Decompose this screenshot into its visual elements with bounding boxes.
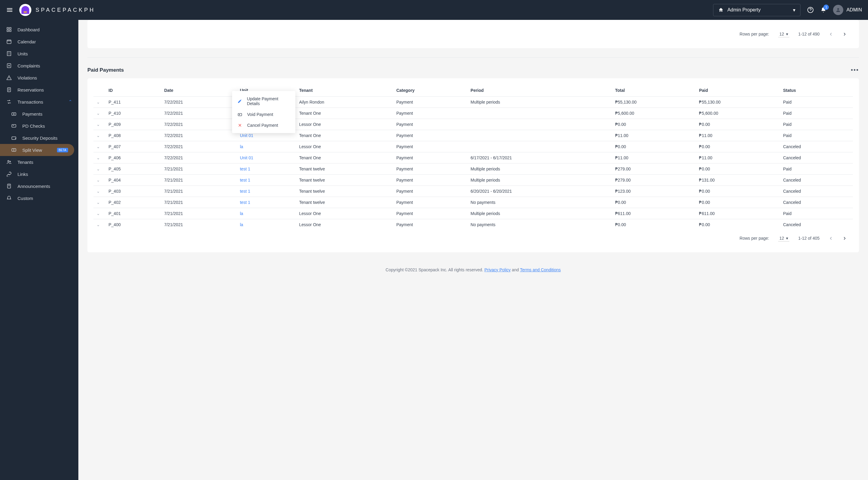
avatar [833, 5, 843, 15]
property-label: Admin Property [727, 7, 761, 13]
cell-tenant: Tenant One [296, 108, 393, 119]
cell-total: ₱611.00 [612, 208, 696, 219]
cell-id: P_409 [105, 119, 161, 130]
sidebar-item-announcements[interactable]: Announcements [0, 180, 79, 192]
expand-row-button[interactable]: ⌄ [93, 97, 105, 108]
expand-row-button[interactable]: ⌄ [93, 130, 105, 141]
section-more-button[interactable]: ••• [851, 67, 859, 73]
sidebar-item-custom[interactable]: Custom [0, 192, 79, 204]
table-row: ⌄P_4077/22/2021laLessor OnePayment₱0.00₱… [93, 141, 853, 152]
property-selector[interactable]: Admin Property ▾ [713, 4, 801, 16]
sidebar-item-complaints[interactable]: Complaints [0, 60, 79, 72]
svg-point-11 [13, 113, 14, 114]
expand-row-button[interactable]: ⌄ [93, 119, 105, 130]
calendar-icon [6, 39, 12, 44]
expand-row-button[interactable]: ⌄ [93, 186, 105, 197]
terms-link[interactable]: Terms and Conditions [520, 267, 561, 272]
notifications-button[interactable]: 1 [820, 7, 827, 13]
cell-unit: test 1 [237, 164, 296, 175]
menu-toggle-button[interactable] [6, 6, 13, 13]
expand-row-button[interactable]: ⌄ [93, 141, 105, 152]
sidebar-item-security-deposits[interactable]: Security Deposits [0, 132, 79, 144]
cell-unit: la [237, 141, 296, 152]
cell-paid: ₱131.00 [696, 175, 780, 186]
cell-unit: Unit 01 [237, 152, 296, 164]
table-row: ⌄P_4027/21/2021test 1Tenant twelvePaymen… [93, 197, 853, 208]
cell-status: Canceled [780, 152, 853, 164]
sidebar-item-tenants[interactable]: Tenants [0, 156, 79, 168]
cell-total: ₱5,600.00 [612, 108, 696, 119]
sidebar-item-pdchecks[interactable]: PD Checks [0, 120, 79, 132]
cell-paid: ₱5,600.00 [696, 108, 780, 119]
table-row: ⌄P_4087/22/2021Unit 01Tenant OnePayment₱… [93, 130, 853, 141]
expand-row-button[interactable]: ⌄ [93, 152, 105, 164]
cell-paid: ₱0.00 [696, 119, 780, 130]
next-page-button[interactable]: › [842, 233, 847, 243]
unit-link[interactable]: Unit 01 [240, 133, 253, 138]
sidebar-item-units[interactable]: Units [0, 47, 79, 60]
sidebar-item-payments[interactable]: Payments [0, 108, 79, 120]
unit-link[interactable]: la [240, 211, 243, 216]
expand-row-button[interactable]: ⌄ [93, 219, 105, 230]
cell-id: P_407 [105, 141, 161, 152]
dashboard-icon [6, 27, 12, 32]
cell-period: 6/17/2021 - 6/17/2021 [467, 152, 612, 164]
cell-id: P_404 [105, 175, 161, 186]
unit-link[interactable]: test 1 [240, 178, 250, 182]
expand-row-button[interactable]: ⌄ [93, 175, 105, 186]
sidebar-item-split-view[interactable]: Split ViewBETA [0, 144, 74, 156]
rows-per-page-select[interactable]: 12 ▾ [778, 31, 789, 37]
brand-logo[interactable]: SPACEPACKPH [19, 4, 95, 16]
prev-page-button[interactable]: ‹ [829, 233, 833, 243]
copyright-text: Copyright ©2021 Spacepack Inc. All right… [385, 267, 484, 272]
cell-date: 7/22/2021 [161, 108, 237, 119]
expand-row-button[interactable]: ⌄ [93, 208, 105, 219]
cell-status: Canceled [780, 186, 853, 197]
menu-cancel-payment[interactable]: Cancel Payment [232, 120, 296, 131]
sidebar-item-calendar[interactable]: Calendar [0, 36, 79, 47]
unit-link[interactable]: test 1 [240, 189, 250, 194]
unit-link[interactable]: test 1 [240, 167, 250, 171]
sidebar-item-label: Payments [22, 111, 42, 116]
expand-row-button[interactable]: ⌄ [93, 164, 105, 175]
user-menu[interactable]: ADMIN [833, 5, 862, 15]
sidebar-item-label: PD Checks [22, 124, 45, 129]
sidebar-item-reservations[interactable]: Reservations [0, 84, 79, 96]
cell-total: ₱11.00 [612, 152, 696, 164]
announcements-icon [6, 183, 12, 189]
cell-paid: ₱11.00 [696, 130, 780, 141]
next-page-button[interactable]: › [842, 29, 847, 39]
unit-link[interactable]: test 1 [240, 200, 250, 205]
unit-link[interactable]: Unit 01 [240, 156, 253, 160]
sidebar: Dashboard Calendar Units Complaints Viol… [0, 20, 79, 287]
cell-tenant: Tenant One [296, 130, 393, 141]
sidebar-item-violations[interactable]: Violations [0, 72, 79, 84]
svg-rect-3 [10, 27, 11, 29]
unit-link[interactable]: la [240, 144, 243, 149]
cell-date: 7/22/2021 [161, 119, 237, 130]
table-row: ⌄P_4117/22/2021unitAilyn RondonPaymentMu… [93, 97, 853, 108]
section-title: Paid Payments [87, 67, 124, 73]
sidebar-item-dashboard[interactable]: Dashboard [0, 24, 79, 36]
help-button[interactable] [807, 7, 814, 13]
cell-tenant: Lessor One [296, 141, 393, 152]
menu-update-payment[interactable]: Update Payment Details [232, 93, 296, 109]
cell-status: Paid [780, 164, 853, 175]
svg-rect-10 [12, 113, 16, 115]
prev-page-button[interactable]: ‹ [829, 29, 833, 39]
cell-tenant: Tenant twelve [296, 197, 393, 208]
unit-link[interactable]: la [240, 222, 243, 227]
cell-id: P_406 [105, 152, 161, 164]
privacy-link[interactable]: Privacy Policy [484, 267, 510, 272]
expand-row-button[interactable]: ⌄ [93, 197, 105, 208]
splitview-icon [11, 147, 17, 153]
rows-per-page-select[interactable]: 12 ▾ [778, 235, 789, 241]
cell-period [467, 130, 612, 141]
expand-row-button[interactable]: ⌄ [93, 108, 105, 119]
cell-paid: ₱0.00 [696, 164, 780, 175]
notification-badge: 1 [824, 4, 829, 10]
sidebar-item-links[interactable]: Links [0, 168, 79, 180]
sidebar-item-transactions[interactable]: Transactions⌃ [0, 96, 79, 108]
sidebar-item-label: Tenants [18, 160, 33, 165]
menu-void-payment[interactable]: Void Payment [232, 109, 296, 120]
